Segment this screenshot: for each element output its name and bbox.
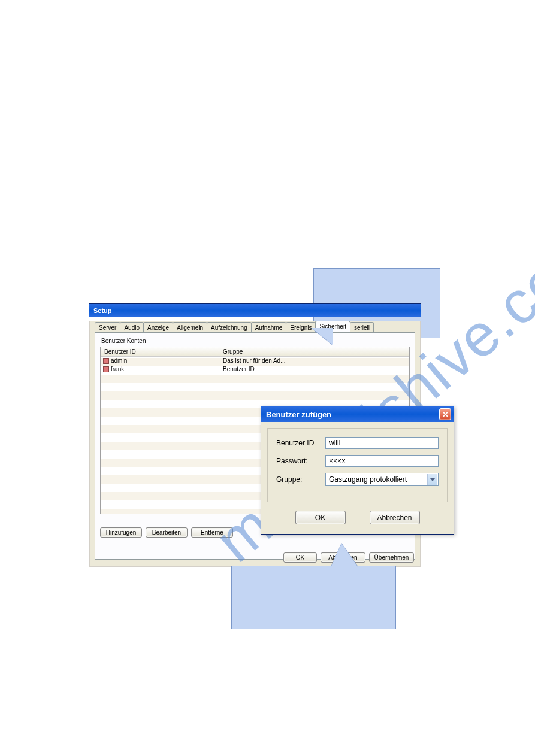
- edit-button[interactable]: Bearbeiten: [146, 527, 188, 538]
- tab-anzeige[interactable]: Anzeige: [143, 322, 173, 332]
- table-header: Benutzer ID Gruppe: [101, 347, 409, 357]
- apply-button[interactable]: Übernehmen: [369, 552, 414, 563]
- modal-ok-button[interactable]: OK: [295, 511, 346, 524]
- table-row[interactable]: frank Benutzer ID: [101, 365, 409, 374]
- add-user-dialog: Benutzer zufügen ✕ Benutzer ID Passwort:…: [261, 406, 454, 535]
- tab-allgemein[interactable]: Allgemein: [173, 322, 207, 332]
- callout-bottom-tail: [331, 544, 358, 567]
- label-user-id: Benutzer ID: [276, 439, 325, 447]
- chevron-down-icon[interactable]: [427, 474, 437, 485]
- tab-server[interactable]: Server: [95, 322, 120, 332]
- groupbox-label: Benutzer Konten: [100, 338, 410, 347]
- cell-user-id: admin: [111, 357, 127, 365]
- table-body: admin Das ist nur für den Ad... frank Be…: [101, 357, 409, 374]
- add-button[interactable]: Hinzufügen: [100, 527, 142, 538]
- col-header-id[interactable]: Benutzer ID: [101, 347, 219, 356]
- modal-inner: Benutzer ID Passwort: Gruppe: Gastzugang…: [267, 428, 448, 502]
- tab-seriell[interactable]: seriell: [350, 322, 374, 332]
- modal-cancel-button[interactable]: Abbrechen: [370, 511, 420, 524]
- label-password: Passwort:: [276, 457, 325, 465]
- setup-titlebar: Setup: [89, 304, 421, 317]
- col-header-group[interactable]: Gruppe: [219, 347, 409, 356]
- callout-bottom: [231, 566, 396, 629]
- cell-group: Das ist nur für den Ad...: [219, 357, 409, 365]
- input-user-id[interactable]: [325, 437, 439, 449]
- modal-body: Benutzer ID Passwort: Gruppe: Gastzugang…: [261, 422, 454, 534]
- cell-user-id: frank: [111, 365, 124, 374]
- panel-button-row: Hinzufügen Bearbeiten Entferne: [100, 527, 233, 538]
- label-group: Gruppe:: [276, 475, 325, 484]
- row-password: Passwort:: [276, 455, 439, 467]
- tab-row: Server Audio Anzeige Allgemein Aufzeichn…: [95, 321, 415, 332]
- tab-aufzeichnung[interactable]: Aufzeichnung: [207, 322, 252, 332]
- select-group[interactable]: Gastzugang protokolliert: [325, 473, 439, 486]
- callout-top-tail: [300, 328, 333, 345]
- cell-group: Benutzer ID: [219, 365, 409, 374]
- modal-titlebar: Benutzer zufügen ✕: [261, 406, 454, 422]
- input-password[interactable]: [325, 455, 439, 467]
- modal-button-row: OK Abbrechen: [267, 502, 448, 528]
- ok-button[interactable]: OK: [283, 552, 317, 563]
- select-group-value: Gastzugang protokolliert: [329, 475, 407, 484]
- row-user-id: Benutzer ID: [276, 437, 439, 449]
- modal-title: Benutzer zufügen: [266, 410, 331, 419]
- close-icon[interactable]: ✕: [439, 408, 451, 420]
- user-icon: [103, 366, 109, 372]
- tab-audio[interactable]: Audio: [120, 322, 144, 332]
- remove-button[interactable]: Entferne: [191, 527, 233, 538]
- row-group: Gruppe: Gastzugang protokolliert: [276, 473, 439, 486]
- table-row[interactable]: admin Das ist nur für den Ad...: [101, 357, 409, 365]
- setup-title: Setup: [93, 307, 112, 314]
- tab-aufnahme[interactable]: Aufnahme: [251, 322, 287, 332]
- user-icon: [103, 358, 109, 364]
